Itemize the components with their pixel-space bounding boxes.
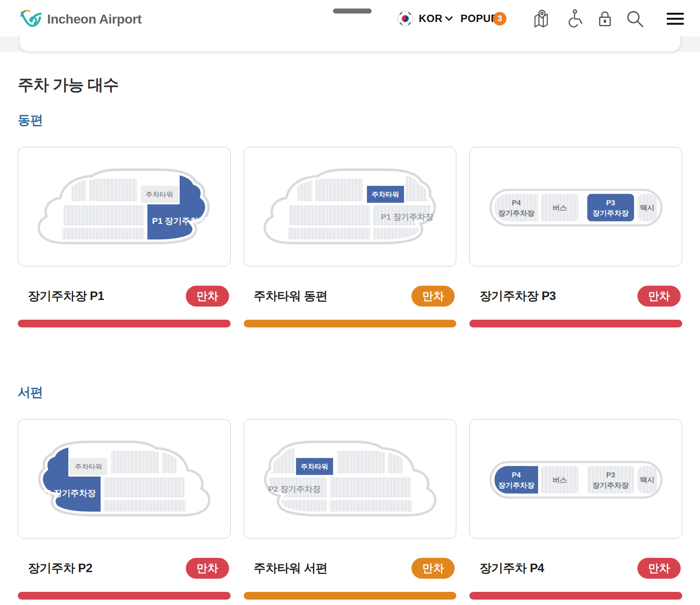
parking-map-p4: P4 장기주차장 버스 P3 장기주차장 택시: [483, 435, 669, 523]
svg-text:주차타워: 주차타워: [372, 190, 399, 198]
svg-text:P3: P3: [606, 198, 615, 206]
chevron-down-icon[interactable]: [445, 0, 453, 37]
korea-flag-icon[interactable]: [397, 0, 413, 37]
section-heading-east: 동편: [18, 112, 682, 129]
lot-name: 장기주차장 P3: [479, 288, 556, 304]
status-badge: 만차: [411, 558, 455, 579]
svg-text:주차타워: 주차타워: [301, 462, 328, 470]
status-badge: 만차: [411, 286, 455, 307]
parking-map-p3: P4 장기주차장 버스 P3 장기주차장 택시: [483, 162, 669, 251]
svg-text:택시: 택시: [640, 204, 655, 212]
logo-text: Incheon Airport: [47, 12, 141, 27]
collapsed-panel-bottom: [19, 35, 681, 52]
parking-map-card-p3[interactable]: P4 장기주차장 버스 P3 장기주차장 택시: [469, 147, 682, 266]
wheelchair-icon[interactable]: [565, 0, 583, 37]
map-icon[interactable]: [532, 0, 552, 37]
occupancy-bar: [244, 592, 457, 600]
occupancy-bar: [469, 592, 682, 600]
parking-map-card-tower-east[interactable]: 주차타워 P1 장기주차장: [244, 147, 457, 266]
parking-map-p1: 주차타워 P1 장기주차장: [31, 162, 217, 251]
svg-text:장기주차장: 장기주차장: [592, 209, 629, 217]
east-bar-grid: [18, 320, 682, 327]
svg-text:P4: P4: [512, 198, 521, 206]
svg-text:장기주차장: 장기주차장: [498, 481, 534, 489]
header: Incheon Airport KOR POPUP 3: [0, 0, 700, 37]
svg-text:P3: P3: [606, 470, 615, 479]
east-label-grid: 장기주차장 P1 만차 주차타워 동편 만차 장기주차장 P3 만차: [18, 286, 682, 307]
svg-text:장기주차장: 장기주차장: [498, 209, 534, 217]
west-label-grid: 장기주차 P2 만차 주차타워 서편 만차 장기주차 P4 만차: [18, 558, 682, 579]
svg-text:버스: 버스: [552, 476, 567, 484]
status-badge: 만차: [637, 558, 681, 579]
parking-map-tower-west: 주차타워 P2 장기주차장: [257, 435, 443, 523]
parking-map-p2: 주차타워 P2 장기주차장: [31, 435, 217, 523]
occupancy-bar: [469, 320, 682, 327]
svg-text:장기주차장: 장기주차장: [592, 481, 629, 489]
lot-name: 주차타워 동편: [254, 288, 328, 304]
parking-map-card-p1[interactable]: 주차타워 P1 장기주차장: [18, 147, 231, 266]
top-strip: [0, 37, 700, 52]
section-heading-west: 서편: [18, 384, 682, 401]
status-badge: 만차: [186, 558, 229, 579]
lock-icon[interactable]: [596, 0, 614, 37]
svg-text:택시: 택시: [640, 476, 655, 484]
west-card-grid: 주차타워 P2 장기주차장 주차타워 P: [18, 419, 682, 539]
airport-logo-bird-icon: [19, 9, 43, 29]
east-card-grid: 주차타워 P1 장기주차장 주차타워 P1 장기주차장: [18, 147, 682, 266]
svg-text:버스: 버스: [552, 204, 567, 212]
parking-map-card-p4[interactable]: P4 장기주차장 버스 P3 장기주차장 택시: [469, 419, 682, 539]
occupancy-bar: [18, 320, 231, 327]
lot-label-row: 주차타워 동편 만차: [244, 286, 457, 307]
status-badge: 만차: [186, 286, 229, 307]
search-icon[interactable]: [625, 0, 644, 37]
svg-text:P1 장기주차장: P1 장기주차장: [381, 212, 433, 221]
parking-map-tower-east: 주차타워 P1 장기주차장: [257, 162, 443, 251]
parking-map-card-p2[interactable]: 주차타워 P2 장기주차장: [18, 419, 231, 539]
occupancy-bar: [18, 592, 231, 600]
lot-label-row: 장기주차 P4 만차: [469, 558, 682, 579]
west-bar-grid: [18, 592, 682, 600]
svg-text:P1 장기주차장: P1 장기주차장: [152, 216, 207, 225]
lot-name: 장기주차 P2: [28, 560, 92, 576]
main-content: 주차 가능 대수 동편 주차타워 P1 장기주차장: [0, 74, 700, 600]
lot-label-row: 장기주차 P2 만차: [18, 558, 231, 579]
lot-label-row: 장기주차장 P1 만차: [18, 286, 231, 307]
lot-name: 주차타워 서편: [254, 560, 328, 576]
language-selector[interactable]: KOR: [419, 0, 443, 37]
svg-text:주차타워: 주차타워: [146, 190, 173, 198]
svg-text:주차타워: 주차타워: [75, 462, 102, 470]
lot-name: 장기주차 P4: [479, 560, 544, 576]
svg-text:P2 장기주차장: P2 장기주차장: [268, 484, 321, 493]
occupancy-bar: [244, 320, 457, 327]
svg-text:P2 장기주차장: P2 장기주차장: [41, 488, 96, 498]
lot-label-row: 장기주차장 P3 만차: [469, 286, 682, 307]
hamburger-menu-icon[interactable]: [667, 0, 684, 37]
parking-map-card-tower-west[interactable]: 주차타워 P2 장기주차장: [244, 419, 457, 539]
popup-button[interactable]: POPUP: [460, 0, 498, 37]
lot-name: 장기주차장 P1: [28, 288, 104, 304]
svg-text:P4: P4: [512, 470, 521, 479]
lot-label-row: 주차타워 서편 만차: [244, 558, 457, 579]
status-badge: 만차: [637, 286, 681, 307]
page-title: 주차 가능 대수: [18, 74, 682, 95]
popup-count-badge: 3: [493, 0, 506, 37]
incheon-airport-logo[interactable]: Incheon Airport: [19, 9, 141, 29]
drag-handle: [333, 9, 372, 14]
